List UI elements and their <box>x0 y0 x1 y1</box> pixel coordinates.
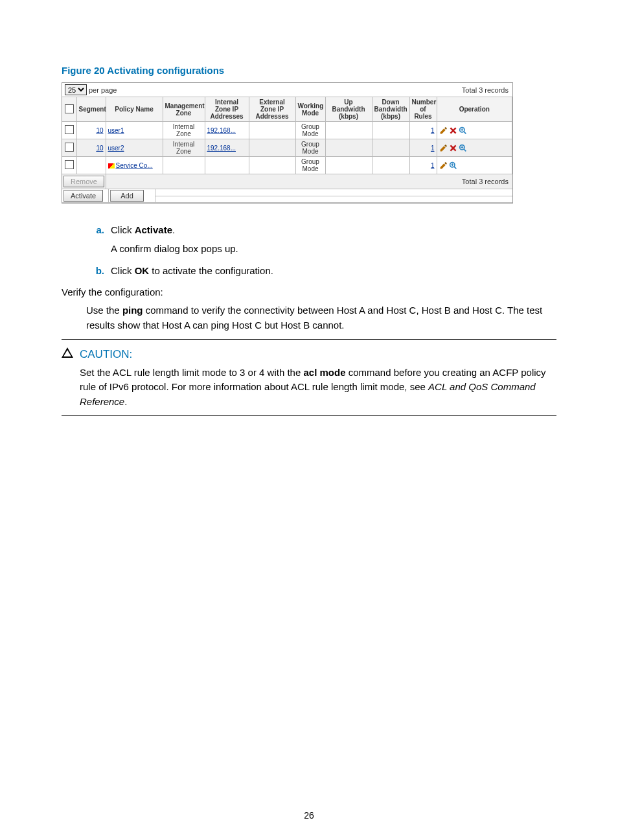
header-izone: Internal Zone IP Addresses <box>205 97 249 122</box>
caution-text: Set the ACL rule length limit mode to 3 … <box>80 366 556 410</box>
cell-wmode: Group Mode <box>295 157 325 174</box>
cell-upbw <box>325 157 372 174</box>
step-b-pre: Click <box>111 265 135 276</box>
header-rules: Number of Rules <box>409 97 437 122</box>
cell-upbw <box>325 122 372 139</box>
svg-line-5 <box>464 149 466 151</box>
cell-mzone: Internal Zone <box>163 122 205 139</box>
divider-bottom <box>62 415 556 416</box>
verify-bold: ping <box>122 305 143 316</box>
header-ezone: External Zone IP Addresses <box>249 97 295 122</box>
cell-ezone <box>249 157 295 174</box>
svg-line-1 <box>464 132 466 134</box>
verify-body: Use the ping command to verify the conne… <box>86 303 556 332</box>
header-downbw: Down Bandwidth (kbps) <box>372 97 409 122</box>
svg-line-9 <box>454 167 456 169</box>
cell-mzone <box>163 157 205 174</box>
del-icon[interactable] <box>449 126 459 134</box>
header-checkbox <box>62 97 76 122</box>
step-a-pre: Click <box>111 224 135 235</box>
table-header-row: Segment Policy Name Management Zone Inte… <box>62 97 512 122</box>
records-bottom: Total 3 records <box>458 176 512 187</box>
verify-post: command to verify the connectivity betwe… <box>86 305 542 331</box>
row-checkbox[interactable] <box>65 125 74 134</box>
totals-row: Remove Total 3 records <box>62 174 512 189</box>
step-b-bold: OK <box>135 265 150 276</box>
cell-downbw <box>372 157 409 174</box>
warning-icon <box>62 347 77 358</box>
step-b: b. Click OK to activate the configuratio… <box>86 264 556 279</box>
zoom-icon[interactable] <box>449 161 459 169</box>
edit-icon[interactable] <box>439 161 449 169</box>
cell-ops <box>437 139 512 157</box>
pager-bar: 25 per page Total 3 records <box>62 83 512 97</box>
header-wmode: Working Mode <box>295 97 325 122</box>
row-checkbox[interactable] <box>65 160 74 169</box>
policy-link[interactable]: user1 <box>108 127 124 134</box>
step-a: a. Click Activate. A confirm dialog box … <box>86 223 556 260</box>
cell-downbw <box>372 122 409 139</box>
row-checkbox[interactable] <box>65 143 74 152</box>
edit-icon[interactable] <box>439 126 449 134</box>
screenshot-table-panel: 25 per page Total 3 records Segment Poli… <box>62 82 513 204</box>
remove-button[interactable]: Remove <box>63 176 104 187</box>
activate-button[interactable]: Activate <box>63 190 103 202</box>
per-page-select[interactable]: 25 <box>65 84 87 95</box>
cell-ops <box>437 157 512 174</box>
caution-block: CAUTION: Set the ACL rule length limit m… <box>62 346 556 409</box>
page-number: 26 <box>0 810 618 821</box>
step-a-letter: a. <box>86 223 104 260</box>
add-button[interactable]: Add <box>110 190 144 202</box>
per-page-label: per page <box>89 86 117 94</box>
policy-link[interactable]: user2 <box>108 145 124 152</box>
header-mzone: Management Zone <box>163 97 205 122</box>
zoom-icon[interactable] <box>459 144 468 151</box>
cell-ezone <box>249 139 295 157</box>
caution-pre: Set the ACL rule length limit mode to 3 … <box>80 367 303 378</box>
izone-link[interactable]: 192.168... <box>207 145 236 152</box>
caution-bold: acl mode <box>303 367 345 378</box>
verify-lead: Verify the configuration: <box>62 285 556 300</box>
edit-icon[interactable] <box>439 144 449 151</box>
header-op: Operation <box>437 97 512 122</box>
caution-post: . <box>124 396 127 407</box>
header-upbw: Up Bandwidth (kbps) <box>325 97 372 122</box>
del-icon[interactable] <box>449 144 459 151</box>
flag-icon <box>108 163 115 169</box>
divider-top <box>62 339 556 340</box>
step-a-sub: A confirm dialog box pops up. <box>111 242 556 257</box>
table-row: 10user1Internal Zone192.168...Group Mode… <box>62 122 512 139</box>
table-row: Service Co...Group Mode1 <box>62 157 512 174</box>
step-b-letter: b. <box>86 264 104 279</box>
step-a-bold: Activate <box>135 224 172 235</box>
caution-label: CAUTION: <box>80 346 556 363</box>
cell-upbw <box>325 139 372 157</box>
cell-ops <box>437 122 512 139</box>
table-row: 10user2Internal Zone192.168...Group Mode… <box>62 139 512 157</box>
izone-link[interactable]: 192.168... <box>207 127 236 134</box>
rules-link[interactable]: 1 <box>431 145 435 152</box>
step-a-post: . <box>172 224 175 235</box>
cell-mzone: Internal Zone <box>163 139 205 157</box>
step-b-post: to activate the configuration. <box>149 265 273 276</box>
policy-link[interactable]: Service Co... <box>116 162 153 169</box>
header-policy: Policy Name <box>106 97 163 122</box>
rules-link[interactable]: 1 <box>431 127 435 134</box>
cell-downbw <box>372 139 409 157</box>
segment-link[interactable]: 10 <box>96 127 103 134</box>
checkbox-all[interactable] <box>65 104 74 113</box>
figure-title: Figure 20 Activating configurations <box>62 65 556 76</box>
header-segment: Segment <box>76 97 106 122</box>
cell-wmode: Group Mode <box>295 139 325 157</box>
action-buttons-row: Activate Add <box>62 189 512 203</box>
rules-link[interactable]: 1 <box>431 162 435 169</box>
zoom-icon[interactable] <box>459 126 468 134</box>
records-top: Total 3 records <box>462 86 509 94</box>
config-table: Segment Policy Name Management Zone Inte… <box>62 97 512 174</box>
segment-link[interactable]: 10 <box>96 145 103 152</box>
verify-pre: Use the <box>86 305 122 316</box>
cell-wmode: Group Mode <box>295 122 325 139</box>
cell-ezone <box>249 122 295 139</box>
